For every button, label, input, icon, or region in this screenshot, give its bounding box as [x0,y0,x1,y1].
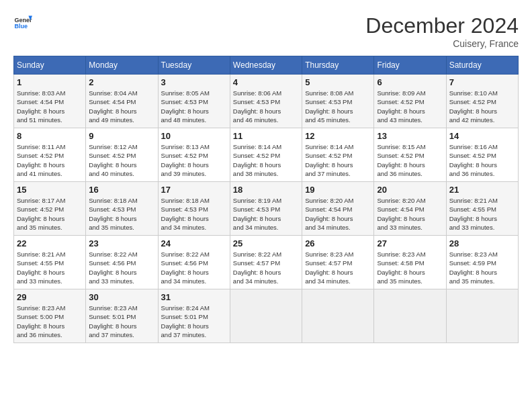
day-info: Sunrise: 8:09 AMSunset: 4:52 PMDaylight:… [377,89,443,124]
day-info: Sunrise: 8:18 AMSunset: 4:53 PMDaylight:… [89,196,154,232]
calendar-cell: 1Sunrise: 8:03 AMSunset: 4:54 PMDaylight… [14,75,86,128]
day-info: Sunrise: 8:24 AMSunset: 5:01 PMDaylight:… [161,304,227,339]
calendar-cell: 17Sunrise: 8:18 AMSunset: 4:53 PMDayligh… [158,182,230,236]
logo: General Blue [13,13,32,32]
day-info: Sunrise: 8:11 AMSunset: 4:52 PMDaylight:… [17,142,83,178]
day-number: 21 [449,185,515,195]
day-info: Sunrise: 8:10 AMSunset: 4:52 PMDaylight:… [449,89,515,124]
calendar-cell [374,289,446,343]
day-number: 14 [449,131,515,141]
weekday-header-tuesday: Tuesday [158,56,230,75]
day-info: Sunrise: 8:13 AMSunset: 4:52 PMDaylight:… [161,142,227,178]
day-number: 2 [89,77,154,87]
day-number: 18 [233,185,299,195]
day-number: 11 [233,131,299,141]
calendar-cell: 22Sunrise: 8:21 AMSunset: 4:55 PMDayligh… [14,236,86,289]
day-number: 24 [161,238,227,248]
day-info: Sunrise: 8:15 AMSunset: 4:52 PMDaylight:… [377,142,443,178]
calendar-cell: 11Sunrise: 8:14 AMSunset: 4:52 PMDayligh… [230,128,302,182]
calendar-cell [302,289,374,343]
calendar-cell: 18Sunrise: 8:19 AMSunset: 4:53 PMDayligh… [230,182,302,236]
calendar-cell: 30Sunrise: 8:23 AMSunset: 5:01 PMDayligh… [86,289,158,343]
day-number: 19 [305,185,371,195]
calendar-cell: 23Sunrise: 8:22 AMSunset: 4:56 PMDayligh… [86,236,158,289]
calendar-cell: 27Sunrise: 8:23 AMSunset: 4:58 PMDayligh… [374,236,446,289]
day-info: Sunrise: 8:22 AMSunset: 4:56 PMDaylight:… [161,250,227,285]
day-number: 9 [89,131,154,141]
day-number: 12 [305,131,371,141]
title-block: December 2024 Cuisery, France [365,13,519,49]
day-number: 25 [233,238,299,248]
day-number: 13 [377,131,443,141]
calendar-cell: 9Sunrise: 8:12 AMSunset: 4:52 PMDaylight… [86,128,158,182]
calendar-cell: 24Sunrise: 8:22 AMSunset: 4:56 PMDayligh… [158,236,230,289]
logo-icon: General Blue [13,13,32,32]
calendar-cell: 5Sunrise: 8:08 AMSunset: 4:53 PMDaylight… [302,75,374,128]
location: Cuisery, France [365,38,519,49]
day-number: 7 [449,77,515,87]
day-info: Sunrise: 8:20 AMSunset: 4:54 PMDaylight:… [377,196,443,232]
calendar-cell: 29Sunrise: 8:23 AMSunset: 5:00 PMDayligh… [14,289,86,343]
calendar-cell: 26Sunrise: 8:23 AMSunset: 4:57 PMDayligh… [302,236,374,289]
day-info: Sunrise: 8:17 AMSunset: 4:52 PMDaylight:… [17,196,83,232]
day-info: Sunrise: 8:12 AMSunset: 4:52 PMDaylight:… [89,142,154,178]
calendar-cell [446,289,518,343]
calendar-table: SundayMondayTuesdayWednesdayThursdayFrid… [13,56,519,343]
calendar-cell: 7Sunrise: 8:10 AMSunset: 4:52 PMDaylight… [446,75,518,128]
day-number: 22 [17,238,83,248]
svg-text:Blue: Blue [14,23,28,30]
weekday-header-wednesday: Wednesday [230,56,302,75]
day-number: 28 [449,238,515,248]
day-info: Sunrise: 8:05 AMSunset: 4:53 PMDaylight:… [161,89,227,124]
page-header: General Blue December 2024 Cuisery, Fran… [13,13,519,49]
calendar-cell: 25Sunrise: 8:22 AMSunset: 4:57 PMDayligh… [230,236,302,289]
calendar-cell: 2Sunrise: 8:04 AMSunset: 4:54 PMDaylight… [86,75,158,128]
day-info: Sunrise: 8:06 AMSunset: 4:53 PMDaylight:… [233,89,299,124]
day-number: 6 [377,77,443,87]
calendar-cell: 16Sunrise: 8:18 AMSunset: 4:53 PMDayligh… [86,182,158,236]
day-info: Sunrise: 8:14 AMSunset: 4:52 PMDaylight:… [233,142,299,178]
calendar-cell: 10Sunrise: 8:13 AMSunset: 4:52 PMDayligh… [158,128,230,182]
weekday-header-friday: Friday [374,56,446,75]
day-number: 30 [89,292,154,302]
day-info: Sunrise: 8:21 AMSunset: 4:55 PMDaylight:… [17,250,83,285]
calendar-cell [230,289,302,343]
day-number: 3 [161,77,227,87]
day-info: Sunrise: 8:04 AMSunset: 4:54 PMDaylight:… [89,89,154,124]
day-info: Sunrise: 8:14 AMSunset: 4:52 PMDaylight:… [305,142,371,178]
day-info: Sunrise: 8:23 AMSunset: 5:01 PMDaylight:… [89,304,154,339]
day-number: 29 [17,292,83,302]
calendar-cell: 6Sunrise: 8:09 AMSunset: 4:52 PMDaylight… [374,75,446,128]
day-info: Sunrise: 8:22 AMSunset: 4:57 PMDaylight:… [233,250,299,285]
day-info: Sunrise: 8:18 AMSunset: 4:53 PMDaylight:… [161,196,227,232]
day-number: 26 [305,238,371,248]
day-info: Sunrise: 8:23 AMSunset: 5:00 PMDaylight:… [17,304,83,339]
day-number: 5 [305,77,371,87]
weekday-header-saturday: Saturday [446,56,518,75]
calendar-cell: 12Sunrise: 8:14 AMSunset: 4:52 PMDayligh… [302,128,374,182]
calendar-cell: 20Sunrise: 8:20 AMSunset: 4:54 PMDayligh… [374,182,446,236]
day-info: Sunrise: 8:22 AMSunset: 4:56 PMDaylight:… [89,250,154,285]
weekday-header-sunday: Sunday [14,56,86,75]
day-info: Sunrise: 8:08 AMSunset: 4:53 PMDaylight:… [305,89,371,124]
calendar-cell: 21Sunrise: 8:21 AMSunset: 4:55 PMDayligh… [446,182,518,236]
calendar-cell: 4Sunrise: 8:06 AMSunset: 4:53 PMDaylight… [230,75,302,128]
calendar-cell: 3Sunrise: 8:05 AMSunset: 4:53 PMDaylight… [158,75,230,128]
calendar-cell: 13Sunrise: 8:15 AMSunset: 4:52 PMDayligh… [374,128,446,182]
day-number: 17 [161,185,227,195]
weekday-header-monday: Monday [86,56,158,75]
day-info: Sunrise: 8:16 AMSunset: 4:52 PMDaylight:… [449,142,515,178]
calendar-cell: 19Sunrise: 8:20 AMSunset: 4:54 PMDayligh… [302,182,374,236]
day-number: 31 [161,292,227,302]
month-year: December 2024 [365,13,519,38]
day-number: 15 [17,185,83,195]
day-info: Sunrise: 8:20 AMSunset: 4:54 PMDaylight:… [305,196,371,232]
calendar-cell: 14Sunrise: 8:16 AMSunset: 4:52 PMDayligh… [446,128,518,182]
calendar-cell: 28Sunrise: 8:23 AMSunset: 4:59 PMDayligh… [446,236,518,289]
day-info: Sunrise: 8:03 AMSunset: 4:54 PMDaylight:… [17,89,83,124]
day-info: Sunrise: 8:21 AMSunset: 4:55 PMDaylight:… [449,196,515,232]
day-info: Sunrise: 8:23 AMSunset: 4:58 PMDaylight:… [377,250,443,285]
day-number: 20 [377,185,443,195]
day-info: Sunrise: 8:23 AMSunset: 4:57 PMDaylight:… [305,250,371,285]
day-info: Sunrise: 8:19 AMSunset: 4:53 PMDaylight:… [233,196,299,232]
